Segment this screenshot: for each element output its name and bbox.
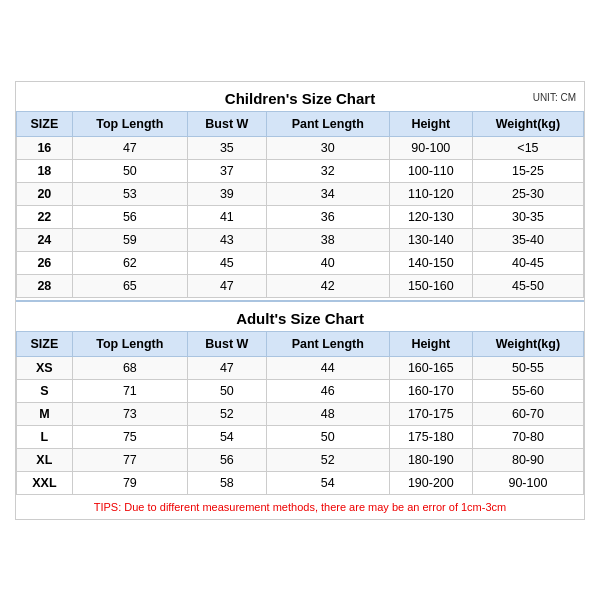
data-cell: 56 xyxy=(187,448,266,471)
data-cell: 35 xyxy=(187,136,266,159)
col-header-bust-w: Bust W xyxy=(187,111,266,136)
data-cell: 90-100 xyxy=(389,136,472,159)
adult-title-text: Adult's Size Chart xyxy=(236,310,364,327)
data-cell: 68 xyxy=(72,356,187,379)
size-chart-container: Children's Size Chart UNIT: CM SIZE Top … xyxy=(15,81,585,520)
data-cell: 36 xyxy=(266,205,389,228)
data-cell: 100-110 xyxy=(389,159,472,182)
data-cell: 41 xyxy=(187,205,266,228)
adult-col-header-top-length: Top Length xyxy=(72,331,187,356)
data-cell: 190-200 xyxy=(389,471,472,494)
data-cell: 60-70 xyxy=(472,402,583,425)
adult-section-title: Adult's Size Chart xyxy=(16,300,584,331)
adult-table: SIZE Top Length Bust W Pant Length Heigh… xyxy=(16,331,584,495)
data-cell: 120-130 xyxy=(389,205,472,228)
data-cell: 32 xyxy=(266,159,389,182)
adult-header-row: SIZE Top Length Bust W Pant Length Heigh… xyxy=(17,331,584,356)
size-col: 20 xyxy=(17,182,73,205)
data-cell: 54 xyxy=(187,425,266,448)
data-cell: 62 xyxy=(72,251,187,274)
size-col: 28 xyxy=(17,274,73,297)
unit-label: UNIT: CM xyxy=(533,92,576,103)
data-cell: 15-25 xyxy=(472,159,583,182)
data-cell: 175-180 xyxy=(389,425,472,448)
children-table-row: 22564136120-13030-35 xyxy=(17,205,584,228)
data-cell: 73 xyxy=(72,402,187,425)
data-cell: 70-80 xyxy=(472,425,583,448)
data-cell: 130-140 xyxy=(389,228,472,251)
size-col: S xyxy=(17,379,73,402)
data-cell: 58 xyxy=(187,471,266,494)
data-cell: 140-150 xyxy=(389,251,472,274)
data-cell: 71 xyxy=(72,379,187,402)
adult-table-row: L755450175-18070-80 xyxy=(17,425,584,448)
size-col: 18 xyxy=(17,159,73,182)
children-table-row: 18503732100-11015-25 xyxy=(17,159,584,182)
adult-col-header-pant-length: Pant Length xyxy=(266,331,389,356)
col-header-size: SIZE xyxy=(17,111,73,136)
data-cell: 34 xyxy=(266,182,389,205)
data-cell: 50-55 xyxy=(472,356,583,379)
data-cell: 50 xyxy=(266,425,389,448)
data-cell: 25-30 xyxy=(472,182,583,205)
data-cell: 43 xyxy=(187,228,266,251)
data-cell: 77 xyxy=(72,448,187,471)
size-col: 26 xyxy=(17,251,73,274)
data-cell: 50 xyxy=(187,379,266,402)
data-cell: 37 xyxy=(187,159,266,182)
data-cell: 90-100 xyxy=(472,471,583,494)
data-cell: 53 xyxy=(72,182,187,205)
data-cell: 50 xyxy=(72,159,187,182)
adult-col-header-bust-w: Bust W xyxy=(187,331,266,356)
children-table: SIZE Top Length Bust W Pant Length Heigh… xyxy=(16,111,584,298)
data-cell: 40-45 xyxy=(472,251,583,274)
data-cell: 45 xyxy=(187,251,266,274)
adult-col-header-weight: Weight(kg) xyxy=(472,331,583,356)
col-header-top-length: Top Length xyxy=(72,111,187,136)
col-header-pant-length: Pant Length xyxy=(266,111,389,136)
data-cell: 110-120 xyxy=(389,182,472,205)
data-cell: 38 xyxy=(266,228,389,251)
size-col: 24 xyxy=(17,228,73,251)
data-cell: 30 xyxy=(266,136,389,159)
data-cell: 170-175 xyxy=(389,402,472,425)
data-cell: 40 xyxy=(266,251,389,274)
data-cell: 180-190 xyxy=(389,448,472,471)
data-cell: 44 xyxy=(266,356,389,379)
size-col: M xyxy=(17,402,73,425)
data-cell: 47 xyxy=(72,136,187,159)
data-cell: 55-60 xyxy=(472,379,583,402)
data-cell: 39 xyxy=(187,182,266,205)
data-cell: 79 xyxy=(72,471,187,494)
children-section-title: Children's Size Chart UNIT: CM xyxy=(16,82,584,111)
data-cell: 48 xyxy=(266,402,389,425)
adult-table-row: XS684744160-16550-55 xyxy=(17,356,584,379)
adult-table-row: M735248170-17560-70 xyxy=(17,402,584,425)
col-header-height: Height xyxy=(389,111,472,136)
size-col: 16 xyxy=(17,136,73,159)
data-cell: 47 xyxy=(187,274,266,297)
size-col: XS xyxy=(17,356,73,379)
data-cell: 52 xyxy=(266,448,389,471)
children-title-text: Children's Size Chart xyxy=(225,90,375,107)
children-table-row: 26624540140-15040-45 xyxy=(17,251,584,274)
data-cell: 35-40 xyxy=(472,228,583,251)
adult-table-row: S715046160-17055-60 xyxy=(17,379,584,402)
size-col: XL xyxy=(17,448,73,471)
adult-table-row: XL775652180-19080-90 xyxy=(17,448,584,471)
size-col: XXL xyxy=(17,471,73,494)
children-table-row: 1647353090-100<15 xyxy=(17,136,584,159)
data-cell: <15 xyxy=(472,136,583,159)
children-table-row: 24594338130-14035-40 xyxy=(17,228,584,251)
tips-text: TIPS: Due to different measurement metho… xyxy=(16,495,584,519)
data-cell: 75 xyxy=(72,425,187,448)
data-cell: 65 xyxy=(72,274,187,297)
data-cell: 52 xyxy=(187,402,266,425)
adult-col-header-size: SIZE xyxy=(17,331,73,356)
size-col: 22 xyxy=(17,205,73,228)
adult-table-row: XXL795854190-20090-100 xyxy=(17,471,584,494)
children-table-row: 20533934110-12025-30 xyxy=(17,182,584,205)
data-cell: 59 xyxy=(72,228,187,251)
data-cell: 54 xyxy=(266,471,389,494)
data-cell: 150-160 xyxy=(389,274,472,297)
